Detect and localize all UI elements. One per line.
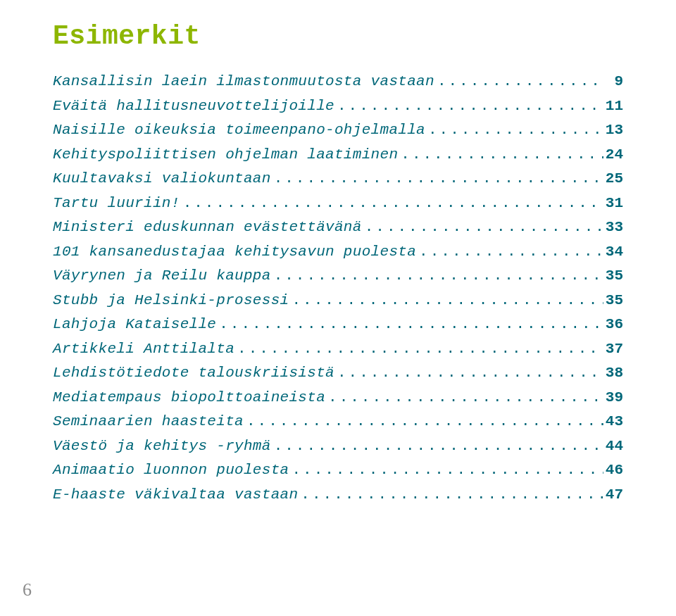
- toc-label: Lahjoja Kataiselle: [53, 317, 216, 332]
- toc-row: Naisille oikeuksia toimeenpano-ohjelmall…: [53, 122, 623, 137]
- toc-row: Eväitä hallitusneuvottelijoille11: [53, 99, 623, 113]
- toc-page-number: 47: [603, 487, 623, 502]
- toc-label: Väestö ja kehitys -ryhmä: [53, 439, 271, 453]
- toc-label: Animaatio luonnon puolesta: [53, 463, 289, 477]
- toc-leader-dots: [298, 487, 603, 502]
- toc-leader-dots: [434, 74, 603, 89]
- toc-label: Eväitä hallitusneuvottelijoille: [53, 99, 334, 113]
- toc-leader-dots: [180, 196, 603, 210]
- toc-row: Stubb ja Helsinki-prosessi35: [53, 293, 623, 308]
- toc-leader-dots: [416, 244, 603, 259]
- toc-row: Väyrynen ja Reilu kauppa35: [53, 268, 623, 283]
- toc-row: Kansallisin laein ilmastonmuutosta vasta…: [53, 74, 623, 89]
- toc-leader-dots: [398, 147, 603, 162]
- toc-page-number: 37: [603, 341, 623, 356]
- toc-page-number: 33: [603, 220, 623, 234]
- toc-page-number: 13: [603, 122, 623, 137]
- toc-row: Väestö ja kehitys -ryhmä44: [53, 439, 623, 453]
- toc-page-number: 25: [603, 171, 623, 186]
- toc-row: Animaatio luonnon puolesta46: [53, 463, 623, 477]
- toc-row: Lahjoja Kataiselle36: [53, 317, 623, 332]
- toc-page-number: 38: [603, 365, 623, 380]
- page-title: Esimerkit: [53, 21, 623, 51]
- toc-label: Väyrynen ja Reilu kauppa: [53, 268, 271, 283]
- toc-page-number: 24: [603, 147, 623, 162]
- toc-leader-dots: [216, 317, 603, 332]
- toc-label: Ministeri eduskunnan evästettävänä: [53, 220, 362, 234]
- toc-label: Kehityspoliittisen ohjelman laatiminen: [53, 147, 398, 162]
- toc-leader-dots: [334, 365, 603, 380]
- toc-leader-dots: [271, 171, 603, 186]
- toc-row: Kuultavaksi valiokuntaan25: [53, 171, 623, 186]
- toc-row: 101 kansanedustajaa kehitysavun puolesta…: [53, 244, 623, 259]
- page-number: 6: [23, 579, 32, 601]
- toc-label: Seminaarien haasteita: [53, 414, 244, 429]
- toc-leader-dots: [244, 414, 603, 429]
- toc-row: Kehityspoliittisen ohjelman laatiminen24: [53, 147, 623, 162]
- toc-row: Ministeri eduskunnan evästettävänä33: [53, 220, 623, 234]
- toc-row: Lehdistötiedote talouskriisistä38: [53, 365, 623, 380]
- toc-label: Artikkeli Anttilalta: [53, 341, 234, 356]
- toc-page-number: 9: [603, 74, 623, 89]
- toc-page-number: 36: [603, 317, 623, 332]
- toc-page-number: 43: [603, 414, 623, 429]
- toc-label: Stubb ja Helsinki-prosessi: [53, 293, 289, 308]
- toc-leader-dots: [425, 122, 603, 137]
- toc-page-number: 11: [603, 99, 623, 113]
- toc-label: 101 kansanedustajaa kehitysavun puolesta: [53, 244, 416, 259]
- toc-row: Mediatempaus biopolttoaineista39: [53, 390, 623, 405]
- toc-leader-dots: [334, 99, 603, 113]
- toc-label: Lehdistötiedote talouskriisistä: [53, 365, 334, 380]
- toc-row: Seminaarien haasteita43: [53, 414, 623, 429]
- toc-label: Mediatempaus biopolttoaineista: [53, 390, 325, 405]
- table-of-contents: Kansallisin laein ilmastonmuutosta vasta…: [53, 74, 623, 502]
- toc-leader-dots: [289, 463, 603, 477]
- toc-leader-dots: [289, 293, 603, 308]
- toc-page-number: 44: [603, 439, 623, 453]
- toc-page-number: 39: [603, 390, 623, 405]
- toc-leader-dots: [362, 220, 603, 234]
- toc-leader-dots: [271, 439, 603, 453]
- toc-page-number: 46: [603, 463, 623, 477]
- toc-label: Kansallisin laein ilmastonmuutosta vasta…: [53, 74, 434, 89]
- toc-page-number: 34: [603, 244, 623, 259]
- toc-leader-dots: [234, 341, 603, 356]
- toc-label: E-haaste väkivaltaa vastaan: [53, 487, 298, 502]
- toc-row: Tartu luuriin!31: [53, 196, 623, 210]
- toc-label: Tartu luuriin!: [53, 196, 180, 210]
- toc-page-number: 31: [603, 196, 623, 210]
- toc-leader-dots: [271, 268, 603, 283]
- toc-leader-dots: [325, 390, 603, 405]
- toc-label: Kuultavaksi valiokuntaan: [53, 171, 271, 186]
- toc-page-number: 35: [603, 268, 623, 283]
- toc-row: Artikkeli Anttilalta37: [53, 341, 623, 356]
- toc-row: E-haaste väkivaltaa vastaan47: [53, 487, 623, 502]
- toc-label: Naisille oikeuksia toimeenpano-ohjelmall…: [53, 122, 425, 137]
- toc-page-number: 35: [603, 293, 623, 308]
